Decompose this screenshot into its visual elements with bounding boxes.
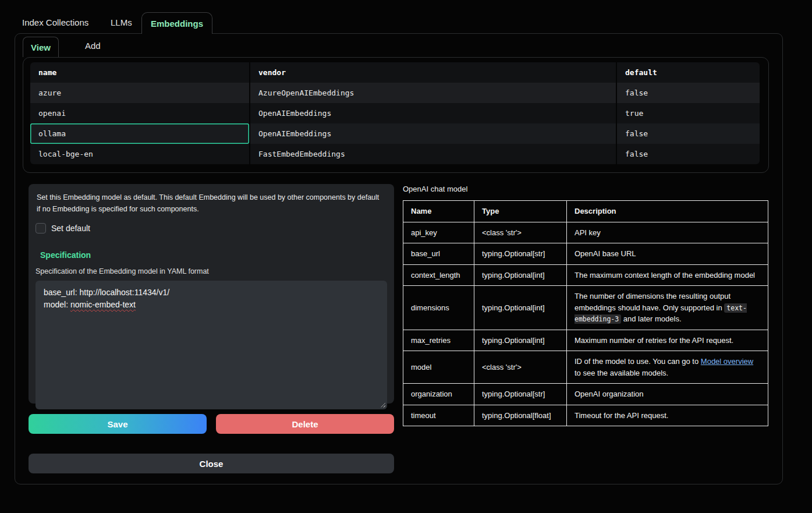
embeddings-row-openai[interactable]: openai OpenAIEmbeddings true — [30, 103, 760, 123]
param-description: OpenAI base URL — [567, 243, 768, 265]
param-row-max-retries: max_retries typing.Optional[int] Maximum… — [403, 330, 768, 351]
params-header-description: Description — [567, 201, 768, 222]
params-header-type: Type — [474, 201, 567, 222]
textarea-resize-handle[interactable] — [380, 402, 385, 408]
param-row-context-length: context_length typing.Optional[int] The … — [403, 264, 768, 286]
param-name: organization — [403, 384, 474, 405]
params-header-name: Name — [403, 201, 474, 222]
cell-default[interactable]: false — [617, 144, 760, 164]
model-overview-link[interactable]: Model overview — [701, 357, 753, 366]
param-description: Timeout for the API request. — [567, 405, 768, 426]
header-default: default — [617, 62, 760, 83]
close-button[interactable]: Close — [29, 454, 394, 473]
default-info-text: Set this Embedding model as default. Thi… — [29, 184, 394, 215]
cell-vendor[interactable]: OpenAIEmbeddings — [250, 123, 617, 144]
tab-embeddings[interactable]: Embeddings — [141, 12, 212, 34]
params-header-row: Name Type Description — [403, 201, 768, 222]
param-type: <class 'str'> — [474, 222, 567, 243]
param-description: API key — [567, 222, 768, 243]
param-row-base-url: base_url typing.Optional[str] OpenAI bas… — [403, 243, 768, 265]
param-description: The maximum context length of the embedd… — [567, 264, 768, 286]
save-button[interactable]: Save — [29, 414, 207, 434]
param-description: Maximum number of retries for the API re… — [567, 330, 768, 351]
embeddings-table: name vendor default azure AzureOpenAIEmb… — [30, 62, 760, 164]
param-row-timeout: timeout typing.Optional[float] Timeout f… — [403, 405, 768, 426]
param-type: typing.Optional[int] — [474, 264, 567, 286]
yaml-line: base_url: http://localhost:11434/v1/ — [44, 286, 379, 299]
default-settings-panel: Set this Embedding model as default. Thi… — [29, 184, 394, 404]
param-name: timeout — [403, 405, 474, 426]
param-description: ID of the model to use. You can go to Mo… — [567, 351, 768, 384]
param-type: typing.Optional[float] — [474, 405, 567, 426]
param-name: max_retries — [403, 330, 474, 351]
action-button-row: Save Delete — [29, 414, 394, 434]
param-name: dimensions — [403, 286, 474, 330]
param-name: context_length — [403, 264, 474, 286]
embeddings-row-ollama-selected[interactable]: ollama OpenAIEmbeddings false — [30, 123, 760, 144]
param-description: OpenAI organization — [567, 384, 768, 405]
tab-index-collections[interactable]: Index Collections — [22, 17, 88, 27]
param-row-organization: organization typing.Optional[str] OpenAI… — [403, 384, 768, 405]
param-type: typing.Optional[int] — [474, 330, 567, 351]
cell-vendor[interactable]: FastEmbedEmbeddings — [250, 144, 617, 164]
cell-default[interactable]: false — [617, 123, 760, 144]
set-default-checkbox[interactable] — [36, 223, 46, 233]
yaml-spec-editor[interactable]: base_url: http://localhost:11434/v1/ mod… — [36, 281, 387, 409]
param-row-model: model <class 'str'> ID of the model to u… — [403, 351, 768, 384]
specification-subtext: Specification of the Embedding model in … — [36, 267, 394, 275]
embeddings-row-azure[interactable]: azure AzureOpenAIEmbeddings false — [30, 83, 760, 103]
cell-vendor[interactable]: OpenAIEmbeddings — [250, 103, 617, 123]
set-default-label: Set default — [51, 224, 90, 233]
tab-llms[interactable]: LLMs — [111, 17, 132, 27]
cell-default[interactable]: true — [617, 103, 760, 123]
param-description: The number of dimensions the resulting o… — [567, 286, 768, 330]
header-vendor: vendor — [250, 62, 617, 83]
embeddings-header-row: name vendor default — [30, 62, 760, 83]
param-type: typing.Optional[str] — [474, 243, 567, 265]
param-row-api-key: api_key <class 'str'> API key — [403, 222, 768, 243]
cell-name[interactable]: azure — [30, 83, 250, 103]
specification-heading: Specification — [40, 250, 394, 260]
cell-default[interactable]: false — [617, 83, 760, 103]
header-name: name — [30, 62, 250, 83]
param-type: typing.Optional[int] — [474, 286, 567, 330]
delete-button[interactable]: Delete — [216, 414, 394, 434]
param-type: typing.Optional[str] — [474, 384, 567, 405]
yaml-line: model: nomic-embed-text — [44, 299, 379, 312]
embeddings-table-wrapper: name vendor default azure AzureOpenAIEmb… — [23, 57, 769, 173]
param-name: model — [403, 351, 474, 384]
set-default-row: Set default — [36, 223, 394, 233]
param-name: base_url — [403, 243, 474, 265]
param-type: <class 'str'> — [474, 351, 567, 384]
cell-vendor[interactable]: AzureOpenAIEmbeddings — [250, 83, 617, 103]
param-name: api_key — [403, 222, 474, 243]
params-table: Name Type Description api_key <class 'st… — [403, 200, 768, 426]
embeddings-tab-panel: View Add name vendor default azure Azure… — [15, 33, 783, 484]
sub-tab-add[interactable]: Add — [85, 41, 101, 51]
param-row-dimensions: dimensions typing.Optional[int] The numb… — [403, 286, 768, 330]
cell-name-selected[interactable]: ollama — [30, 123, 250, 144]
embeddings-row-local-bge-en[interactable]: local-bge-en FastEmbedEmbeddings false — [30, 144, 760, 164]
cell-name[interactable]: local-bge-en — [30, 144, 250, 164]
misspelled-word: nomic-embed-text — [70, 300, 136, 309]
cell-name[interactable]: openai — [30, 103, 250, 123]
sub-tab-view[interactable]: View — [23, 37, 59, 57]
params-title: OpenAI chat model — [403, 185, 467, 193]
